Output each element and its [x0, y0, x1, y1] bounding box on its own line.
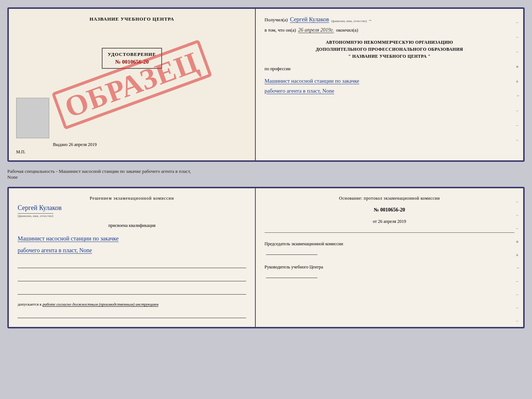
recipient-label: Получил(а): [265, 17, 288, 23]
right-dashes-bottom: – – – и а ← – – – –: [516, 199, 520, 323]
protocol-date-value: 26 апреля 2019: [378, 219, 406, 224]
osnov-title: Основание: протокол экзаменационной коми…: [265, 196, 514, 201]
top-left-panel: НАЗВАНИЕ УЧЕБНОГО ЦЕНТРА ОБРАЗЕЦ УДОСТОВ…: [9, 9, 256, 160]
date-value: 26 апреля 2019г.: [298, 27, 334, 33]
date-label: в том, что он(а): [265, 27, 296, 33]
mp-label: М.П.: [16, 149, 25, 155]
chairman-block: Председатель экзаменационной комиссии: [265, 240, 514, 257]
director-label: Руководитель учебного Центра: [265, 263, 514, 271]
director-sig-line: [266, 271, 317, 278]
blank-line-1: [18, 261, 246, 268]
допускается-text: работе согласно должностным (производств…: [43, 302, 158, 306]
issued-date: Выдано 26 апреля 2019: [53, 142, 97, 147]
page-wrapper: НАЗВАНИЕ УЧЕБНОГО ЦЕНТРА ОБРАЗЕЦ УДОСТОВ…: [7, 7, 525, 328]
profession-line1: Машинист насосной станции по закачке: [265, 76, 514, 86]
commission-title: Решением экзаменационной комиссии: [18, 196, 246, 201]
issued-date-value: 26 апреля 2019: [69, 142, 97, 147]
cert-number: № 0010656-20: [108, 59, 156, 65]
bottom-name: Сергей Кулаков: [18, 204, 62, 211]
cert-box: УДОСТОВЕРЕНИЕ № 0010656-20: [102, 48, 162, 69]
kvali-text: присвоена квалификация: [18, 223, 246, 228]
org-line2: ДОПОЛНИТЕЛЬНОГО ПРОФЕССИОНАЛЬНОГО ОБРАЗО…: [265, 46, 514, 53]
middle-text-line2: None: [7, 174, 18, 180]
bottom-profession-block: Машинист насосной станции по закачке раб…: [18, 233, 246, 256]
blank-line-4: [18, 311, 246, 318]
blank-line-3: [18, 287, 246, 295]
recipient-hint: (фамилия, имя, отчество): [331, 19, 367, 23]
protocol-number: № 0010656-20: [265, 207, 514, 213]
protocol-date: от 26 апреля 2019: [265, 219, 514, 224]
protocol-date-prefix: от: [373, 219, 377, 224]
middle-text: Рабочая специальность - Машинист насосно…: [7, 165, 525, 183]
top-right-panel: Получил(а) Сергей Кулаков (фамилия, имя,…: [256, 9, 523, 160]
top-left-title: НАЗВАНИЕ УЧЕБНОГО ЦЕНТРА: [90, 16, 175, 22]
bottom-name-hint: (фамилия, имя, отчество): [18, 213, 53, 218]
chairman-sig-line: [266, 248, 317, 255]
org-line1: АВТОНОМНУЮ НЕКОММЕРЧЕСКУЮ ОРГАНИЗАЦИЮ: [265, 39, 514, 46]
director-block: Руководитель учебного Центра: [265, 263, 514, 281]
bottom-right-panel: Основание: протокол экзаменационной коми…: [256, 188, 523, 327]
bottom-name-block: Сергей Кулаков (фамилия, имя, отчество): [18, 204, 246, 218]
org-line3: " НАЗВАНИЕ УЧЕБНОГО ЦЕНТРА ": [265, 53, 514, 60]
date-line: в том, что он(а) 26 апреля 2019г. окончи…: [265, 27, 514, 33]
profession-line2: рабочего агента в пласт, None: [265, 86, 514, 96]
допускается-label: допускается к: [18, 302, 42, 306]
right-dashes: – – – и а ← – – –: [516, 20, 520, 142]
issued-label: Выдано: [53, 142, 68, 147]
bottom-profession-line2: рабочего агента в пласт, None: [18, 245, 246, 256]
middle-text-line1: Рабочая специальность - Машинист насосно…: [7, 168, 191, 174]
bottom-profession-line1: Машинист насосной станции по закачке: [18, 233, 246, 245]
separator-line: [265, 232, 514, 233]
org-block: АВТОНОМНУЮ НЕКОММЕРЧЕСКУЮ ОРГАНИЗАЦИЮ ДО…: [265, 39, 514, 60]
dash-separator: –: [369, 17, 372, 23]
profession-label: по профессии: [265, 66, 514, 72]
photo-placeholder: [16, 98, 49, 138]
cert-box-title: УДОСТОВЕРЕНИЕ: [108, 51, 156, 57]
bottom-left-panel: Решением экзаменационной комиссии Сергей…: [9, 188, 256, 327]
recipient-line: Получил(а) Сергей Кулаков (фамилия, имя,…: [265, 16, 514, 23]
blank-line-2: [18, 274, 246, 281]
chairman-label: Председатель экзаменационной комиссии: [265, 240, 514, 248]
bottom-document: Решением экзаменационной комиссии Сергей…: [7, 187, 525, 328]
top-document: НАЗВАНИЕ УЧЕБНОГО ЦЕНТРА ОБРАЗЕЦ УДОСТОВ…: [7, 7, 525, 162]
recipient-name: Сергей Кулаков: [290, 16, 329, 23]
profession-handwritten-block: Машинист насосной станции по закачке раб…: [265, 76, 514, 96]
finished-label: окончил(а): [336, 27, 358, 33]
допускается-block: допускается к работе согласно должностны…: [18, 302, 246, 306]
